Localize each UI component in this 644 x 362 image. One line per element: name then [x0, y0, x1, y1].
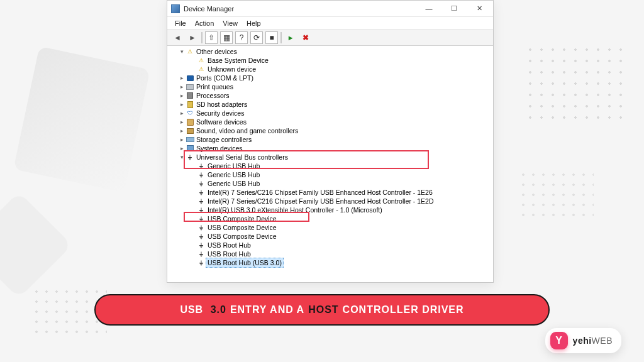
tree-node[interactable]: Generic USB Hub: [170, 170, 493, 179]
tree-node[interactable]: Base System Device: [170, 56, 493, 65]
collapse-icon[interactable]: ▾: [179, 153, 185, 162]
caption-banner: USB 3.0 ENTRY AND A HOST CONTROLLER DRIV…: [94, 294, 550, 326]
monitor-icon[interactable]: ■: [265, 31, 278, 44]
tree-node[interactable]: USB Root Hub: [170, 250, 493, 258]
refresh-icon[interactable]: ⟳: [250, 31, 263, 44]
tree-node-label: USB Composite Device: [208, 232, 277, 241]
tree-node[interactable]: ▸Print queues: [170, 82, 493, 91]
tree-node[interactable]: USB Composite Device: [170, 223, 493, 232]
port-icon: [186, 74, 194, 82]
enable-icon[interactable]: ▸: [284, 31, 297, 44]
tree-node-label: SD host adapters: [196, 100, 247, 109]
window-title: Device Manager: [184, 5, 416, 13]
tree-node[interactable]: USB Composite Device: [170, 232, 493, 241]
tree-node[interactable]: Generic USB Hub: [170, 162, 493, 170]
tree-node[interactable]: ▾Other devices: [170, 47, 493, 56]
tree-node[interactable]: ▸System devices: [170, 144, 493, 153]
expand-icon[interactable]: ▸: [179, 118, 185, 126]
tree-node[interactable]: ▸Security devices: [170, 109, 493, 118]
tree-node[interactable]: USB Root Hub: [170, 241, 493, 250]
usb-icon: [197, 206, 206, 214]
tree-node[interactable]: Intel(R) 7 Series/C216 Chipset Family US…: [170, 197, 493, 206]
shield-icon: [186, 109, 194, 117]
sw-icon: [186, 118, 194, 126]
caption-bold-2: HOST: [308, 304, 338, 315]
tree-node-label: Universal Serial Bus controllers: [196, 153, 288, 162]
tree-node[interactable]: Generic USB Hub: [170, 179, 493, 188]
tree-node[interactable]: ▸Ports (COM & LPT): [170, 74, 493, 82]
menu-action[interactable]: Action: [191, 19, 218, 28]
printer-icon: [186, 83, 194, 90]
tree-node-label: USB Root Hub: [208, 241, 251, 250]
grid-icon[interactable]: ▦: [220, 31, 233, 44]
menu-view[interactable]: View: [219, 19, 242, 28]
minimize-button[interactable]: —: [416, 1, 441, 16]
tree-node-label: USB Root Hub: [208, 250, 251, 258]
caption-part-1: USB: [180, 304, 203, 315]
tree-node[interactable]: USB Composite Device: [170, 214, 493, 223]
expand-icon[interactable]: ▸: [179, 144, 185, 153]
up-icon[interactable]: ⇧: [205, 31, 218, 44]
tree-node-label: Intel(R) 7 Series/C216 Chipset Family US…: [208, 188, 433, 197]
collapse-icon[interactable]: ▾: [179, 47, 185, 56]
tree-node-label: Security devices: [196, 109, 244, 118]
tree-node[interactable]: ▸Sound, video and game controllers: [170, 126, 493, 135]
sd-icon: [186, 101, 194, 108]
expand-icon[interactable]: ▸: [179, 135, 185, 144]
expand-icon[interactable]: ▸: [179, 109, 185, 118]
tree-node-label: Processors: [196, 91, 230, 100]
tree-node[interactable]: ▾Universal Serial Bus controllers: [170, 153, 493, 162]
titlebar[interactable]: Device Manager — ☐ ✕: [167, 1, 493, 17]
usb-icon: [197, 215, 206, 222]
usb-icon: [186, 153, 194, 161]
bg-dots-1: [525, 44, 625, 119]
sys-icon: [186, 145, 194, 152]
tree-node-label: Print queues: [196, 82, 233, 91]
expand-icon[interactable]: ▸: [179, 91, 185, 100]
app-icon: [171, 4, 180, 13]
tree-node[interactable]: Unknown device: [170, 65, 493, 74]
bg-triangle-1: [13, 46, 150, 192]
bg-dots-3: [518, 170, 594, 220]
tree-node-label: System devices: [196, 144, 243, 153]
maximize-button[interactable]: ☐: [441, 1, 467, 16]
toolbar-sep: [280, 32, 282, 43]
toolbar: ◄►⇧▦?⟳■▸✖: [167, 30, 493, 46]
tree-node[interactable]: ▸Processors: [170, 91, 493, 100]
menubar: File Action View Help: [167, 17, 493, 30]
usb-icon: [197, 250, 206, 258]
disable-icon[interactable]: ✖: [299, 31, 312, 44]
tree-node-label: Generic USB Hub: [208, 170, 260, 179]
tree-node[interactable]: Intel(R) 7 Series/C216 Chipset Family US…: [170, 188, 493, 197]
caption-part-3: CONTROLLER DRIVER: [343, 304, 464, 315]
close-button[interactable]: ✕: [467, 1, 492, 16]
expand-icon[interactable]: ▸: [179, 82, 185, 91]
menu-file[interactable]: File: [171, 19, 190, 28]
tree-node-label: Other devices: [196, 47, 237, 56]
tree-node-label: Intel(R) USB 3.0 eXtensible Host Control…: [208, 206, 382, 214]
sound-icon: [186, 127, 194, 134]
menu-help[interactable]: Help: [243, 19, 265, 28]
usb-icon: [197, 233, 206, 240]
tree-node-label: USB Composite Device: [208, 214, 277, 223]
tree-node[interactable]: ▸Software devices: [170, 118, 493, 126]
logo-text: yehiWEB: [573, 336, 613, 346]
expand-icon[interactable]: ▸: [179, 74, 185, 82]
back-icon[interactable]: ◄: [171, 31, 184, 44]
expand-icon[interactable]: ▸: [179, 100, 185, 109]
tree-node[interactable]: ▸SD host adapters: [170, 100, 493, 109]
usb-icon: [197, 259, 206, 266]
forward-icon[interactable]: ►: [186, 31, 199, 44]
tree-node[interactable]: USB Root Hub (USB 3.0): [170, 258, 493, 267]
tree-node[interactable]: Intel(R) USB 3.0 eXtensible Host Control…: [170, 206, 493, 214]
tree-node-label: Generic USB Hub: [208, 179, 260, 188]
usb-icon: [197, 189, 206, 196]
tree-node-label: Unknown device: [208, 65, 256, 74]
tree-node[interactable]: ▸Storage controllers: [170, 135, 493, 144]
tree-node-label: Base System Device: [208, 56, 269, 65]
tree-node-label: Software devices: [196, 118, 247, 126]
expand-icon[interactable]: ▸: [179, 126, 185, 135]
tree-node-label: Generic USB Hub: [208, 162, 260, 170]
device-tree[interactable]: ▾Other devicesBase System DeviceUnknown …: [167, 46, 493, 282]
help-icon[interactable]: ?: [235, 31, 248, 44]
